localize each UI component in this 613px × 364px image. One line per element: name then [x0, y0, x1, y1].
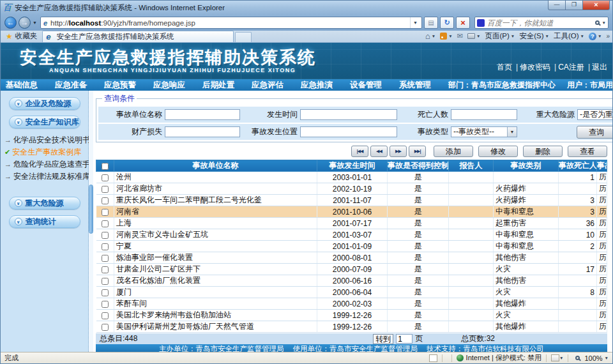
nav-item[interactable]: 后期处置 [202, 80, 234, 91]
sidebar-item[interactable]: ✔安全生产事故案例库 [4, 146, 88, 158]
back-button[interactable]: ← [4, 17, 17, 29]
sidebar-item[interactable]: →安全法律法规及标准库 [4, 171, 88, 183]
last-page-button[interactable]: ▶▶| [409, 146, 426, 157]
header-link[interactable]: 首页 [497, 63, 512, 72]
nav-item[interactable]: 应急评估 [252, 80, 284, 91]
delete-button[interactable]: 删除 [523, 146, 563, 157]
row-checkbox[interactable] [102, 255, 109, 262]
column-header[interactable]: 报告人 [449, 160, 494, 172]
row-checkbox[interactable] [102, 220, 109, 227]
page-menu[interactable]: 页面(P)▼ [485, 31, 515, 41]
feeds-icon[interactable] [440, 33, 447, 40]
active-tab[interactable]: e 安全生产应急救援指挥辅助决策系统 [42, 31, 234, 42]
column-header[interactable]: 事故是否得到控制 [388, 160, 449, 172]
table-row[interactable]: 炼油事业部一催化装置2000-08-01是其他伤害历史事故案例 [96, 252, 607, 264]
print-icon[interactable] [467, 33, 475, 39]
close-button[interactable]: × [583, 1, 610, 10]
stop-button[interactable]: × [456, 17, 470, 29]
row-checkbox[interactable] [102, 209, 109, 216]
chevron-down-icon[interactable]: ▼ [559, 356, 563, 360]
table-row[interactable]: 宁夏2001-01-09是中毒和窒息2历史事故案例 [96, 241, 607, 252]
zoom-control[interactable]: 100% ▼ [573, 354, 609, 362]
refresh-button[interactable]: ↻ [440, 17, 454, 29]
table-row[interactable]: 河南省2001-10-06是中毒和窒息3历史事故案例 [96, 206, 607, 218]
compatibility-view-button[interactable]: ▤ [424, 17, 438, 29]
table-row[interactable]: 河南灵宝市义寺山金矿五坑2001-03-07是中毒和窒息10历史事故案例 [96, 229, 607, 241]
row-checkbox[interactable] [102, 301, 109, 308]
sidebar-item[interactable]: →化学品安全技术说明书 [4, 134, 88, 146]
row-checkbox[interactable] [102, 232, 109, 239]
search-box[interactable]: ▼ [474, 17, 609, 29]
address-field[interactable]: e http://localhost:90/yjzh/frame/homepag… [40, 17, 422, 29]
compat-status-icon[interactable] [551, 354, 559, 361]
url-dropdown-icon[interactable]: ▼ [410, 17, 420, 28]
deaths-input[interactable] [451, 109, 517, 120]
next-page-button[interactable]: ▶▶ [390, 146, 407, 157]
table-row[interactable]: 重庆长风化一车间二苯甲酮工段二号光化釜2001-11-07是火药爆炸3历史事故案… [96, 195, 607, 206]
scrollbar-thumb[interactable] [89, 185, 93, 234]
home-icon[interactable]: ⌂ [425, 31, 430, 41]
table-row[interactable]: 茂名石化炼油厂焦化装置2000-06-16是其他伤害历史事故案例 [96, 275, 607, 287]
row-checkbox[interactable] [102, 266, 109, 273]
prev-page-button[interactable]: ◀◀ [370, 146, 388, 157]
header-link[interactable]: 修改密码 [520, 63, 550, 72]
property-loss-input[interactable] [165, 126, 240, 137]
row-checkbox[interactable] [102, 186, 109, 193]
row-checkbox[interactable] [102, 312, 109, 319]
row-checkbox[interactable] [102, 243, 109, 250]
row-checkbox[interactable] [102, 197, 109, 204]
header-link[interactable]: 退出 [592, 63, 607, 72]
modify-button[interactable]: 修改 [478, 146, 518, 157]
column-header[interactable]: 事故类别 [494, 160, 559, 172]
nav-item[interactable]: 基础信息 [6, 80, 38, 91]
sidebar-section-button[interactable]: ∨安全生产知识库 [9, 116, 80, 128]
sidebar-section-button[interactable]: ∨重大危险源 [9, 197, 80, 209]
forward-button[interactable]: → [19, 17, 31, 29]
select-all-checkbox[interactable] [102, 163, 109, 170]
table-row[interactable]: 美国北卡罗来纳州韦兹伯勒加油站1999-12-26是火灾历史事故案例 [96, 310, 607, 321]
mail-icon[interactable]: ✉ [457, 32, 463, 40]
first-page-button[interactable]: |◀◀ [351, 146, 368, 157]
nav-item[interactable]: 系统管理 [399, 80, 431, 91]
sidebar-section-button[interactable]: ∨查询统计 [9, 215, 80, 228]
help-icon[interactable]: ? [589, 33, 596, 40]
search-icon[interactable] [595, 20, 600, 25]
accident-type-select[interactable]: --事故类型-- ▼ [451, 126, 517, 137]
column-header[interactable]: 事故发生时间 [317, 160, 388, 172]
favorites-button[interactable]: ★ 收藏夹 [3, 31, 42, 42]
maximize-button[interactable]: ❐ [566, 1, 583, 10]
major-hazard-select[interactable]: -是否为重大危险源- ▼ [577, 109, 612, 120]
nav-item[interactable]: 应急响应 [153, 80, 185, 91]
location-input[interactable] [300, 126, 397, 137]
goto-page-input[interactable] [396, 334, 412, 344]
tools-menu[interactable]: 工具(O)▼ [554, 31, 584, 41]
table-row[interactable]: 苯酐车间2000-02-03是其他爆炸历史事故案例 [96, 298, 607, 310]
row-checkbox[interactable] [102, 278, 109, 285]
row-checkbox[interactable] [102, 324, 109, 331]
table-row[interactable]: 厦门2000-06-04是火灾8历史事故案例 [96, 287, 607, 298]
minimize-button[interactable]: — [548, 1, 566, 10]
nav-item[interactable]: 应急准备 [55, 80, 87, 91]
header-link[interactable]: CA注册 [558, 63, 584, 72]
occur-time-input[interactable] [300, 109, 397, 120]
search-dropdown-icon[interactable]: ▼ [602, 20, 606, 25]
view-button[interactable]: 查看 [568, 146, 607, 157]
row-checkbox[interactable] [102, 289, 109, 296]
table-row[interactable]: 沧州2003-01-01是1历史事故案例 [96, 172, 607, 183]
row-checkbox[interactable] [102, 174, 109, 181]
table-row[interactable]: 河北省廊坊市2002-10-19是火药爆炸历史事故案例 [96, 183, 607, 195]
unit-name-input[interactable] [165, 109, 240, 120]
content-scrollbar[interactable] [89, 91, 93, 352]
table-row[interactable]: 上海2001-07-17是起重伤害36历史事故案例 [96, 218, 607, 229]
new-tab-button[interactable] [235, 32, 252, 42]
sidebar-section-button[interactable]: ∨企业及危险源 [9, 97, 80, 110]
history-dropdown-icon[interactable]: ▼ [33, 20, 37, 25]
feeds-dropdown-icon[interactable]: ▼ [448, 34, 452, 38]
add-button[interactable]: 添加 [434, 146, 473, 157]
nav-item[interactable]: 设备管理 [350, 80, 382, 91]
more-commands-icon[interactable]: » [606, 33, 610, 40]
search-button[interactable]: 查询 [577, 126, 612, 139]
goto-page-button[interactable]: 转到 [373, 334, 393, 344]
column-header[interactable]: 事故单位名称 [114, 160, 317, 172]
nav-item[interactable]: 应急预警 [104, 80, 136, 91]
